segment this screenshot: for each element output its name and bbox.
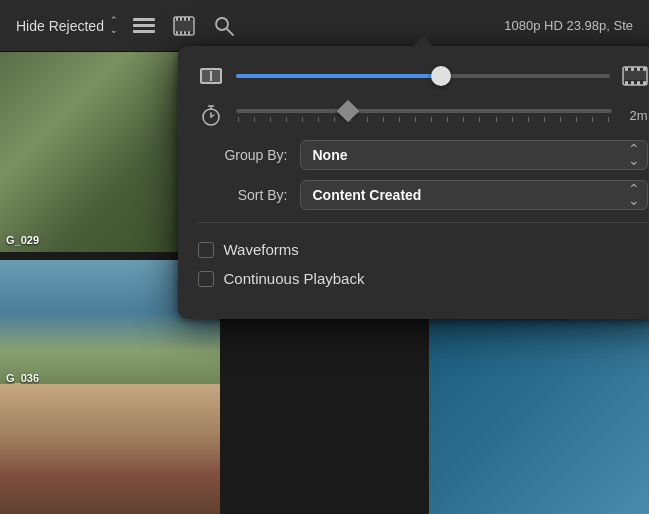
svg-rect-10 <box>180 31 182 35</box>
svg-rect-11 <box>184 31 186 35</box>
duration-track[interactable] <box>236 109 612 122</box>
tick-marks <box>236 117 612 122</box>
group-by-select[interactable]: None Date Keyword People Places Ratings <box>300 140 648 170</box>
thumbnail-bottom-right <box>429 314 649 514</box>
waveforms-checkbox[interactable] <box>198 242 214 258</box>
group-by-select-wrapper[interactable]: None Date Keyword People Places Ratings … <box>300 140 648 170</box>
sort-by-select-wrapper[interactable]: Content Created Date Modified Duration F… <box>300 180 648 210</box>
filmstrip-icon[interactable] <box>170 12 198 40</box>
svg-rect-4 <box>174 20 194 32</box>
stopwatch-icon <box>198 102 224 128</box>
svg-rect-9 <box>176 31 178 35</box>
svg-rect-8 <box>188 17 190 21</box>
group-by-row: Group By: None Date Keyword People Place… <box>198 140 648 170</box>
duration-label: 2m <box>624 108 648 123</box>
svg-rect-24 <box>643 81 646 85</box>
svg-rect-23 <box>637 81 640 85</box>
svg-point-13 <box>216 18 228 30</box>
format-info: 1080p HD 23.98p, Ste <box>504 18 633 33</box>
continuous-playback-checkbox[interactable] <box>198 271 214 287</box>
svg-rect-1 <box>133 24 155 27</box>
search-icon[interactable] <box>210 12 238 40</box>
svg-rect-2 <box>133 30 155 33</box>
duration-slider-row: 2m <box>198 102 648 128</box>
settings-popup: 2m Group By: None Date Keyword People Pl… <box>178 46 650 319</box>
svg-line-14 <box>227 29 233 35</box>
svg-rect-19 <box>637 67 640 71</box>
continuous-playback-label: Continuous Playback <box>224 270 365 287</box>
svg-rect-22 <box>631 81 634 85</box>
svg-rect-21 <box>625 81 628 85</box>
hide-rejected-button[interactable]: Hide Rejected <box>16 16 118 35</box>
hide-rejected-label: Hide Rejected <box>16 18 104 34</box>
clip-size-thumb[interactable] <box>431 66 451 86</box>
popup-divider <box>198 222 648 223</box>
sort-by-label: Sort By: <box>198 187 288 203</box>
sort-by-row: Sort By: Content Created Date Modified D… <box>198 180 648 210</box>
clip-large-icon <box>622 63 648 89</box>
thumbnail-g036-label: G_036 <box>6 372 39 384</box>
svg-rect-7 <box>184 17 186 21</box>
checkbox-section: Waveforms Continuous Playback <box>198 237 648 287</box>
chevron-updown-icon <box>110 16 118 35</box>
thumbnail-person <box>0 384 220 514</box>
group-by-label: Group By: <box>198 147 288 163</box>
svg-rect-6 <box>180 17 182 21</box>
svg-rect-18 <box>631 67 634 71</box>
continuous-playback-row[interactable]: Continuous Playback <box>198 270 648 287</box>
sort-by-select[interactable]: Content Created Date Modified Duration F… <box>300 180 648 210</box>
svg-rect-16 <box>623 70 647 80</box>
waveforms-label: Waveforms <box>224 241 299 258</box>
toolbar-left: Hide Rejected <box>16 12 238 40</box>
svg-rect-0 <box>133 18 155 21</box>
list-view-icon[interactable] <box>130 12 158 40</box>
clip-small-icon <box>198 63 224 89</box>
waveforms-row[interactable]: Waveforms <box>198 241 648 258</box>
svg-rect-20 <box>643 67 646 71</box>
svg-rect-12 <box>188 31 190 35</box>
toolbar: Hide Rejected <box>0 0 649 52</box>
svg-rect-5 <box>176 17 178 21</box>
clip-size-slider-row <box>198 62 648 90</box>
thumbnail-g029-label: G_029 <box>6 234 39 246</box>
clip-size-track[interactable] <box>236 62 610 90</box>
svg-rect-17 <box>625 67 628 71</box>
